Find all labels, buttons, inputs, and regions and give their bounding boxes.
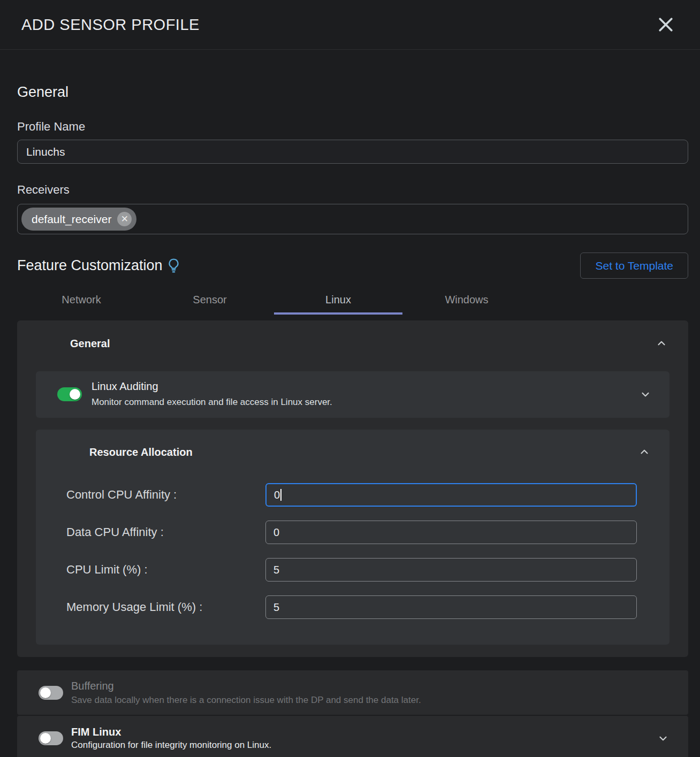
fim-linux-expand-button[interactable] — [657, 732, 669, 744]
dialog-title: ADD SENSOR PROFILE — [21, 16, 200, 34]
close-button[interactable] — [654, 13, 678, 36]
fim-linux-toggle[interactable] — [39, 731, 63, 745]
buffering-card: Buffering Save data locally when there i… — [17, 670, 688, 715]
tab-network[interactable]: Network — [17, 287, 146, 312]
buffering-label: Buffering — [71, 680, 669, 692]
chip-remove-icon[interactable]: ✕ — [117, 212, 132, 226]
fim-linux-text: FIM Linux Configuration for file integri… — [71, 726, 657, 751]
set-to-template-button[interactable]: Set to Template — [580, 253, 688, 279]
panel-general-title: General — [70, 338, 110, 350]
data-cpu-affinity-row: Data CPU Affinity : 0 — [49, 521, 650, 544]
dialog-body: General Profile Name Receivers default_r… — [0, 84, 700, 757]
receivers-label: Receivers — [17, 183, 688, 197]
text-cursor — [280, 489, 281, 501]
memory-usage-limit-value: 5 — [273, 601, 279, 614]
cpu-limit-value: 5 — [273, 564, 279, 576]
chevron-down-icon — [657, 732, 669, 744]
chevron-down-icon — [640, 388, 651, 400]
chevron-up-icon — [638, 446, 650, 458]
linux-auditing-label: Linux Auditing — [92, 380, 640, 393]
cpu-limit-input[interactable]: 5 — [265, 558, 637, 582]
feature-customization-row: Feature Customization Set to Template — [17, 253, 688, 279]
profile-name-input[interactable] — [17, 140, 688, 164]
control-cpu-affinity-value: 0 — [274, 489, 280, 501]
linux-auditing-text: Linux Auditing Monitor command execution… — [92, 380, 640, 408]
receiver-chip-label: default_receiver — [32, 213, 111, 226]
linux-auditing-description: Monitor command execution and file acces… — [92, 397, 640, 408]
receivers-input[interactable]: default_receiver ✕ — [17, 204, 688, 234]
linux-tab-panel: General Linux Auditing Monitor command e… — [17, 320, 688, 657]
data-cpu-affinity-value: 0 — [273, 526, 279, 539]
general-heading: General — [17, 84, 688, 101]
data-cpu-affinity-input[interactable]: 0 — [265, 521, 637, 544]
fim-linux-description: Configuration for file integrity monitor… — [71, 740, 657, 751]
resource-allocation-header[interactable]: Resource Allocation — [49, 441, 650, 463]
buffering-description: Save data locally when there is a connec… — [71, 695, 669, 706]
buffering-toggle[interactable] — [39, 686, 63, 700]
tab-linux[interactable]: Linux — [274, 287, 402, 312]
toggle-knob — [40, 687, 51, 698]
toggle-knob — [70, 389, 80, 400]
fim-linux-card: FIM Linux Configuration for file integri… — [17, 716, 688, 757]
resource-allocation-collapse-button[interactable] — [638, 446, 650, 458]
control-cpu-affinity-label: Control CPU Affinity : — [49, 488, 265, 502]
lightbulb-icon — [168, 258, 179, 273]
data-cpu-affinity-label: Data CPU Affinity : — [49, 525, 265, 539]
buffering-text: Buffering Save data locally when there i… — [71, 680, 669, 706]
resource-allocation-card: Resource Allocation Control CPU Affinity… — [36, 430, 669, 645]
linux-auditing-expand-button[interactable] — [640, 388, 651, 400]
linux-auditing-toggle[interactable] — [57, 387, 82, 401]
close-icon — [656, 14, 676, 35]
profile-name-label: Profile Name — [17, 120, 688, 134]
cpu-limit-row: CPU Limit (%) : 5 — [49, 558, 650, 582]
chevron-up-icon — [656, 338, 667, 349]
memory-usage-limit-input[interactable]: 5 — [265, 595, 637, 619]
control-cpu-affinity-input[interactable]: 0 — [265, 483, 637, 507]
linux-auditing-card: Linux Auditing Monitor command execution… — [36, 371, 669, 418]
tab-windows[interactable]: Windows — [402, 287, 531, 312]
control-cpu-affinity-row: Control CPU Affinity : 0 — [49, 483, 650, 507]
feature-customization-heading: Feature Customization — [17, 257, 179, 274]
fim-linux-label: FIM Linux — [71, 726, 657, 738]
feature-customization-title: Feature Customization — [17, 257, 163, 274]
panel-general-header[interactable]: General — [36, 328, 669, 359]
memory-usage-limit-row: Memory Usage Limit (%) : 5 — [49, 595, 650, 619]
resource-allocation-title: Resource Allocation — [89, 446, 193, 458]
toggle-knob — [40, 733, 51, 744]
receiver-chip: default_receiver ✕ — [21, 208, 136, 231]
feature-tabs: Network Sensor Linux Windows — [17, 287, 688, 312]
tab-sensor[interactable]: Sensor — [146, 287, 274, 312]
cpu-limit-label: CPU Limit (%) : — [49, 563, 265, 577]
general-collapse-button[interactable] — [656, 338, 667, 349]
memory-usage-limit-label: Memory Usage Limit (%) : — [49, 600, 265, 614]
dialog-header: ADD SENSOR PROFILE — [0, 0, 700, 50]
add-sensor-profile-dialog: ADD SENSOR PROFILE General Profile Name … — [0, 0, 700, 757]
